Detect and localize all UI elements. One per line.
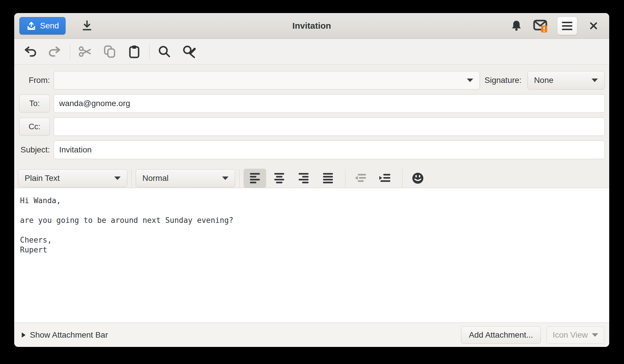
add-attachment-button[interactable]: Add Attachment... <box>461 326 541 344</box>
desktop-background: Send Invitation <box>0 0 624 364</box>
undo-icon <box>23 45 37 59</box>
indent-button[interactable] <box>374 169 396 188</box>
bell-icon <box>510 19 523 32</box>
signature-dropdown[interactable]: None <box>527 71 605 90</box>
to-row: To: <box>19 94 605 113</box>
to-input[interactable] <box>54 94 605 113</box>
align-center-button[interactable] <box>268 169 291 188</box>
justify-icon <box>322 172 334 184</box>
compose-window: Send Invitation <box>14 13 609 347</box>
show-attachment-bar-expander[interactable]: Show Attachment Bar <box>22 330 108 340</box>
toolbar-separator <box>70 43 70 60</box>
justify-button[interactable] <box>317 169 339 188</box>
subject-label: Subject: <box>19 145 50 154</box>
indent-icon <box>379 173 391 183</box>
notifications-button[interactable] <box>508 17 525 35</box>
redo-button[interactable] <box>46 42 63 61</box>
undo-button[interactable] <box>22 42 39 61</box>
save-draft-button[interactable] <box>79 17 95 35</box>
search-icon <box>157 45 171 59</box>
send-button[interactable]: Send <box>19 17 66 34</box>
align-center-icon <box>273 172 286 184</box>
chevron-down-icon <box>114 176 121 180</box>
signature-value: None <box>534 76 554 85</box>
editing-mode-dropdown[interactable]: Plain Text <box>18 169 127 187</box>
cut-button[interactable] <box>77 42 93 61</box>
search-button[interactable] <box>156 42 173 61</box>
chevron-down-icon <box>592 79 598 82</box>
to-button[interactable]: To: <box>19 94 50 112</box>
paste-button[interactable] <box>126 42 143 61</box>
outdent-button[interactable] <box>349 169 372 188</box>
envelope-fields: From: Signature: None To: Cc: <box>14 65 609 188</box>
chevron-down-icon <box>592 333 598 337</box>
cc-button[interactable]: Cc: <box>19 118 50 136</box>
menu-button[interactable] <box>557 17 577 35</box>
edit-toolbar <box>14 39 609 65</box>
mail-alert-button[interactable] <box>533 17 549 35</box>
cc-input[interactable] <box>54 117 605 136</box>
redo-icon <box>48 45 62 59</box>
toolbar-separator <box>149 43 150 60</box>
mail-alert-icon <box>533 19 549 33</box>
send-button-label: Send <box>40 21 59 30</box>
triangle-right-icon <box>22 332 26 338</box>
emoji-icon <box>411 172 424 185</box>
outdent-icon <box>354 173 367 183</box>
toolbar-separator <box>345 169 345 187</box>
message-body-text: Hi Wanda, are you going to be around nex… <box>14 188 609 262</box>
copy-button[interactable] <box>101 42 118 61</box>
paragraph-style-dropdown[interactable]: Normal <box>136 169 235 187</box>
copy-icon <box>103 45 117 59</box>
align-right-icon <box>297 172 310 184</box>
paste-icon <box>127 45 141 59</box>
from-combobox[interactable] <box>54 71 480 90</box>
hamburger-icon <box>562 22 572 23</box>
toolbar-separator <box>239 169 240 187</box>
find-replace-button[interactable] <box>181 42 197 61</box>
cut-icon <box>78 45 92 59</box>
cc-row: Cc: <box>19 117 605 136</box>
footer-right-group: Add Attachment... Icon View <box>461 326 604 344</box>
subject-input[interactable] <box>54 141 605 159</box>
message-body-editor[interactable]: Hi Wanda, are you going to be around nex… <box>14 188 609 323</box>
close-button[interactable] <box>585 17 602 35</box>
save-draft-icon <box>80 19 94 32</box>
align-right-button[interactable] <box>292 169 315 188</box>
align-left-button[interactable] <box>244 169 266 188</box>
chevron-down-icon <box>467 79 473 82</box>
icon-view-dropdown[interactable]: Icon View <box>547 326 604 344</box>
editing-mode-value: Plain Text <box>25 174 60 183</box>
headerbar-right-group <box>508 17 602 35</box>
find-replace-icon <box>182 45 196 59</box>
from-row: From: Signature: None <box>19 71 605 90</box>
headerbar-left-group: Send <box>19 17 95 35</box>
paragraph-style-value: Normal <box>142 174 168 183</box>
subject-row: Subject: <box>19 141 605 159</box>
from-label: From: <box>19 76 50 85</box>
send-icon <box>26 21 37 31</box>
format-toolbar: Plain Text Normal <box>18 169 605 188</box>
align-left-icon <box>248 172 261 184</box>
attachment-footer: Show Attachment Bar Add Attachment... Ic… <box>14 323 609 347</box>
icon-view-label: Icon View <box>553 330 588 340</box>
show-attachment-bar-label: Show Attachment Bar <box>30 330 108 340</box>
emoji-button[interactable] <box>407 169 429 188</box>
chevron-down-icon <box>222 176 228 180</box>
close-icon <box>589 21 598 31</box>
toolbar-separator <box>402 169 402 187</box>
headerbar: Send Invitation <box>14 13 609 39</box>
toolbar-separator <box>131 169 132 187</box>
signature-label: Signature: <box>485 76 522 85</box>
